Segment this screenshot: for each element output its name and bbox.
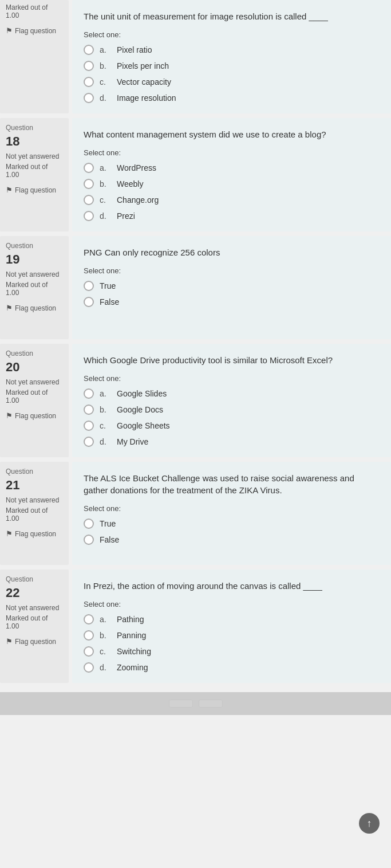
letter-18-d: d. bbox=[100, 211, 111, 221]
radio-20-a[interactable] bbox=[84, 388, 94, 399]
option-21-false[interactable]: False bbox=[84, 535, 380, 545]
letter-22-b: b. bbox=[100, 631, 111, 640]
radio-22-d[interactable] bbox=[84, 662, 94, 673]
question-text-19: PNG Can only recognize 256 colors bbox=[84, 246, 380, 258]
question-block-17: Marked out of 1.00 ⚑ Flag question The u… bbox=[0, 0, 391, 113]
text-21-true: True bbox=[100, 519, 116, 528]
question-content-19: PNG Can only recognize 256 colors Select… bbox=[72, 236, 391, 339]
options-list-20: a. Google Slides b. Google Docs c. Googl… bbox=[84, 388, 380, 447]
flag-label-18: Flag question bbox=[15, 186, 56, 194]
q18-marked: Marked out of 1.00 bbox=[6, 163, 63, 179]
option-20-d[interactable]: d. My Drive bbox=[84, 437, 380, 447]
question-text-22: In Prezi, the action of moving around th… bbox=[84, 580, 380, 592]
q18-status: Not yet answered bbox=[6, 152, 63, 160]
radio-17-b[interactable] bbox=[84, 61, 94, 71]
bottom-btn-2[interactable] bbox=[199, 700, 223, 708]
radio-20-d[interactable] bbox=[84, 437, 94, 447]
option-20-a[interactable]: a. Google Slides bbox=[84, 388, 380, 399]
q21-marked: Marked out of 1.00 bbox=[6, 506, 63, 523]
option-17-c[interactable]: c. Vector capacity bbox=[84, 77, 380, 87]
option-19-false[interactable]: False bbox=[84, 297, 380, 307]
option-18-d[interactable]: d. Prezi bbox=[84, 211, 380, 221]
letter-22-d: d. bbox=[100, 663, 111, 672]
radio-22-c[interactable] bbox=[84, 646, 94, 657]
radio-18-c[interactable] bbox=[84, 195, 94, 205]
radio-19-false[interactable] bbox=[84, 297, 94, 307]
radio-21-true[interactable] bbox=[84, 519, 94, 529]
letter-20-c: c. bbox=[100, 421, 111, 430]
radio-22-b[interactable] bbox=[84, 630, 94, 641]
option-20-c[interactable]: c. Google Sheets bbox=[84, 421, 380, 431]
flag-button-19[interactable]: ⚑ Flag question bbox=[6, 301, 63, 315]
options-list-22: a. Pathing b. Panning c. Switching d. Zo… bbox=[84, 614, 380, 673]
flag-button-21[interactable]: ⚑ Flag question bbox=[6, 527, 63, 540]
flag-label-19: Flag question bbox=[15, 304, 56, 312]
option-22-c[interactable]: c. Switching bbox=[84, 646, 380, 657]
letter-17-c: c. bbox=[100, 77, 111, 87]
q20-label: Question bbox=[6, 349, 63, 358]
q20-number: 20 bbox=[6, 360, 63, 375]
radio-19-true[interactable] bbox=[84, 281, 94, 291]
q18-number: 18 bbox=[6, 134, 63, 149]
option-17-a[interactable]: a. Pixel ratio bbox=[84, 45, 380, 55]
bottom-btn[interactable] bbox=[169, 700, 193, 708]
radio-18-d[interactable] bbox=[84, 211, 94, 221]
flag-label-21: Flag question bbox=[15, 530, 56, 538]
option-17-b[interactable]: b. Pixels per inch bbox=[84, 61, 380, 71]
question-sidebar-22: Question 22 Not yet answered Marked out … bbox=[0, 569, 69, 683]
select-one-19: Select one: bbox=[84, 266, 380, 275]
option-18-b[interactable]: b. Weebly bbox=[84, 179, 380, 189]
option-22-a[interactable]: a. Pathing bbox=[84, 614, 380, 625]
flag-button-18[interactable]: ⚑ Flag question bbox=[6, 183, 63, 197]
flag-button-17[interactable]: ⚑ Flag question bbox=[6, 24, 63, 37]
letter-22-a: a. bbox=[100, 615, 111, 624]
option-18-c[interactable]: c. Change.org bbox=[84, 195, 380, 205]
radio-22-a[interactable] bbox=[84, 614, 94, 625]
q19-label: Question bbox=[6, 242, 63, 250]
question-block-21: Question 21 Not yet answered Marked out … bbox=[0, 462, 391, 565]
option-21-true[interactable]: True bbox=[84, 519, 380, 529]
radio-17-a[interactable] bbox=[84, 45, 94, 55]
flag-button-20[interactable]: ⚑ Flag question bbox=[6, 409, 63, 422]
option-17-d[interactable]: d. Image resolution bbox=[84, 93, 380, 103]
question-sidebar-17: Marked out of 1.00 ⚑ Flag question bbox=[0, 0, 69, 113]
text-17-d: Image resolution bbox=[117, 93, 176, 103]
text-20-b: Google Docs bbox=[117, 405, 163, 414]
letter-17-d: d. bbox=[100, 93, 111, 103]
q22-number: 22 bbox=[6, 586, 63, 600]
question-content-18: What content management system did we us… bbox=[72, 118, 391, 231]
select-one-22: Select one: bbox=[84, 600, 380, 608]
option-19-true[interactable]: True bbox=[84, 281, 380, 291]
question-content-21: The ALS Ice Bucket Challenge was used to… bbox=[72, 462, 391, 565]
question-text-20: Which Google Drive productivity tool is … bbox=[84, 354, 380, 366]
radio-18-b[interactable] bbox=[84, 179, 94, 189]
question-block-20: Question 20 Not yet answered Marked out … bbox=[0, 344, 391, 457]
options-list-18: a. WordPress b. Weebly c. Change.org d. … bbox=[84, 163, 380, 221]
radio-21-false[interactable] bbox=[84, 535, 94, 545]
q18-label: Question bbox=[6, 124, 63, 132]
radio-18-a[interactable] bbox=[84, 163, 94, 173]
radio-20-b[interactable] bbox=[84, 404, 94, 415]
radio-17-d[interactable] bbox=[84, 93, 94, 103]
radio-20-c[interactable] bbox=[84, 421, 94, 431]
option-22-b[interactable]: b. Panning bbox=[84, 630, 380, 641]
q20-status: Not yet answered bbox=[6, 378, 63, 386]
letter-17-b: b. bbox=[100, 61, 111, 70]
question-text-21: The ALS Ice Bucket Challenge was used to… bbox=[84, 472, 380, 496]
text-19-false: False bbox=[100, 297, 119, 307]
flag-button-22[interactable]: ⚑ Flag question bbox=[6, 635, 63, 648]
question-block-18: Question 18 Not yet answered Marked out … bbox=[0, 118, 391, 231]
option-18-a[interactable]: a. WordPress bbox=[84, 163, 380, 173]
scroll-to-top-button[interactable]: ↑ bbox=[359, 813, 380, 834]
question-content-17: The unit unit of measurement for image r… bbox=[72, 0, 391, 113]
letter-18-b: b. bbox=[100, 179, 111, 188]
q21-status: Not yet answered bbox=[6, 496, 63, 504]
q21-label: Question bbox=[6, 468, 63, 476]
radio-17-c[interactable] bbox=[84, 77, 94, 87]
option-22-d[interactable]: d. Zooming bbox=[84, 662, 380, 673]
question-text-17: The unit unit of measurement for image r… bbox=[84, 10, 380, 22]
page-wrapper: Marked out of 1.00 ⚑ Flag question The u… bbox=[0, 0, 391, 715]
text-20-c: Google Sheets bbox=[117, 421, 170, 430]
question-text-18: What content management system did we us… bbox=[84, 128, 380, 140]
option-20-b[interactable]: b. Google Docs bbox=[84, 404, 380, 415]
